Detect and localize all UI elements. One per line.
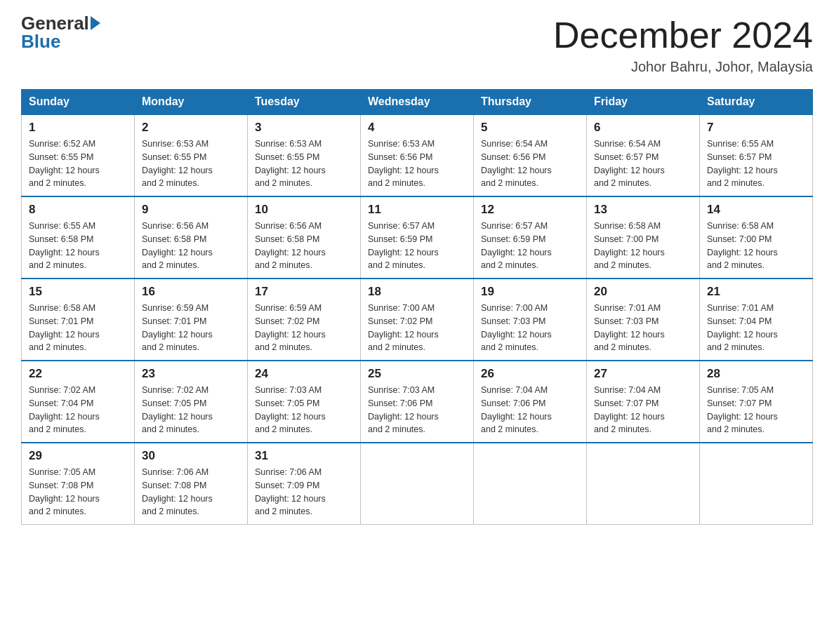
day-info: Sunrise: 7:05 AMSunset: 7:07 PMDaylight:… (707, 384, 805, 436)
calendar-header-row: SundayMondayTuesdayWednesdayThursdayFrid… (22, 90, 813, 115)
day-info: Sunrise: 6:57 AMSunset: 6:59 PMDaylight:… (368, 220, 466, 272)
header-thursday: Thursday (474, 90, 587, 115)
calendar-cell: 17Sunrise: 6:59 AMSunset: 7:02 PMDayligh… (248, 279, 361, 361)
day-info: Sunrise: 7:01 AMSunset: 7:04 PMDaylight:… (707, 302, 805, 354)
calendar-cell: 18Sunrise: 7:00 AMSunset: 7:02 PMDayligh… (361, 279, 474, 361)
day-info: Sunrise: 7:03 AMSunset: 7:06 PMDaylight:… (368, 384, 466, 436)
day-info: Sunrise: 7:02 AMSunset: 7:05 PMDaylight:… (142, 384, 240, 436)
calendar-cell: 28Sunrise: 7:05 AMSunset: 7:07 PMDayligh… (700, 361, 813, 443)
calendar-cell: 4Sunrise: 6:53 AMSunset: 6:56 PMDaylight… (361, 114, 474, 196)
day-info: Sunrise: 6:59 AMSunset: 7:02 PMDaylight:… (255, 302, 353, 354)
calendar-cell: 27Sunrise: 7:04 AMSunset: 7:07 PMDayligh… (587, 361, 700, 443)
calendar-cell: 29Sunrise: 7:05 AMSunset: 7:08 PMDayligh… (22, 443, 135, 525)
day-info: Sunrise: 7:06 AMSunset: 7:08 PMDaylight:… (142, 466, 240, 518)
calendar-cell (587, 443, 700, 525)
week-row-1: 1Sunrise: 6:52 AMSunset: 6:55 PMDaylight… (22, 114, 813, 196)
day-number: 11 (368, 203, 466, 217)
logo-blue-text: Blue (21, 32, 100, 51)
day-info: Sunrise: 6:56 AMSunset: 6:58 PMDaylight:… (255, 220, 353, 272)
day-number: 14 (707, 203, 805, 217)
day-number: 30 (142, 449, 240, 463)
day-number: 15 (29, 285, 127, 299)
calendar-cell: 25Sunrise: 7:03 AMSunset: 7:06 PMDayligh… (361, 361, 474, 443)
title-area: December 2024 Johor Bahru, Johor, Malays… (553, 14, 813, 75)
calendar-cell: 21Sunrise: 7:01 AMSunset: 7:04 PMDayligh… (700, 279, 813, 361)
day-number: 29 (29, 449, 127, 463)
day-info: Sunrise: 7:00 AMSunset: 7:02 PMDaylight:… (368, 302, 466, 354)
day-number: 2 (142, 121, 240, 135)
calendar-cell: 2Sunrise: 6:53 AMSunset: 6:55 PMDaylight… (135, 114, 248, 196)
day-number: 21 (707, 285, 805, 299)
header-saturday: Saturday (700, 90, 813, 115)
day-info: Sunrise: 6:58 AMSunset: 7:00 PMDaylight:… (594, 220, 692, 272)
calendar-cell: 7Sunrise: 6:55 AMSunset: 6:57 PMDaylight… (700, 114, 813, 196)
calendar-cell: 19Sunrise: 7:00 AMSunset: 7:03 PMDayligh… (474, 279, 587, 361)
day-number: 17 (255, 285, 353, 299)
calendar-cell: 26Sunrise: 7:04 AMSunset: 7:06 PMDayligh… (474, 361, 587, 443)
day-info: Sunrise: 6:58 AMSunset: 7:01 PMDaylight:… (29, 302, 127, 354)
calendar-cell: 1Sunrise: 6:52 AMSunset: 6:55 PMDaylight… (22, 114, 135, 196)
day-number: 28 (707, 367, 805, 381)
day-info: Sunrise: 6:58 AMSunset: 7:00 PMDaylight:… (707, 220, 805, 272)
logo-triangle-icon (91, 16, 100, 30)
calendar-cell: 14Sunrise: 6:58 AMSunset: 7:00 PMDayligh… (700, 196, 813, 279)
calendar-cell: 9Sunrise: 6:56 AMSunset: 6:58 PMDaylight… (135, 196, 248, 279)
calendar-subtitle: Johor Bahru, Johor, Malaysia (553, 59, 813, 75)
calendar-cell: 15Sunrise: 6:58 AMSunset: 7:01 PMDayligh… (22, 279, 135, 361)
day-info: Sunrise: 6:53 AMSunset: 6:56 PMDaylight:… (368, 137, 466, 190)
header-friday: Friday (587, 90, 700, 115)
day-number: 23 (142, 367, 240, 381)
calendar-cell: 3Sunrise: 6:53 AMSunset: 6:55 PMDaylight… (248, 114, 361, 196)
week-row-5: 29Sunrise: 7:05 AMSunset: 7:08 PMDayligh… (22, 443, 813, 525)
week-row-2: 8Sunrise: 6:55 AMSunset: 6:58 PMDaylight… (22, 196, 813, 279)
day-number: 6 (594, 121, 692, 135)
calendar-cell: 11Sunrise: 6:57 AMSunset: 6:59 PMDayligh… (361, 196, 474, 279)
day-number: 20 (594, 285, 692, 299)
day-info: Sunrise: 6:59 AMSunset: 7:01 PMDaylight:… (142, 302, 240, 354)
day-number: 26 (481, 367, 579, 381)
day-number: 4 (368, 121, 466, 135)
logo-general-text: General (21, 14, 89, 32)
day-number: 10 (255, 203, 353, 217)
calendar-cell: 23Sunrise: 7:02 AMSunset: 7:05 PMDayligh… (135, 361, 248, 443)
day-info: Sunrise: 7:00 AMSunset: 7:03 PMDaylight:… (481, 302, 579, 354)
day-info: Sunrise: 7:01 AMSunset: 7:03 PMDaylight:… (594, 302, 692, 354)
calendar-cell: 6Sunrise: 6:54 AMSunset: 6:57 PMDaylight… (587, 114, 700, 196)
calendar-cell: 13Sunrise: 6:58 AMSunset: 7:00 PMDayligh… (587, 196, 700, 279)
day-info: Sunrise: 7:02 AMSunset: 7:04 PMDaylight:… (29, 384, 127, 436)
calendar-cell: 5Sunrise: 6:54 AMSunset: 6:56 PMDaylight… (474, 114, 587, 196)
day-info: Sunrise: 6:54 AMSunset: 6:56 PMDaylight:… (481, 137, 579, 190)
day-info: Sunrise: 7:05 AMSunset: 7:08 PMDaylight:… (29, 466, 127, 518)
day-number: 12 (481, 203, 579, 217)
calendar-cell: 22Sunrise: 7:02 AMSunset: 7:04 PMDayligh… (22, 361, 135, 443)
week-row-4: 22Sunrise: 7:02 AMSunset: 7:04 PMDayligh… (22, 361, 813, 443)
calendar-cell: 8Sunrise: 6:55 AMSunset: 6:58 PMDaylight… (22, 196, 135, 279)
calendar-cell (361, 443, 474, 525)
calendar-cell (700, 443, 813, 525)
page-header: General Blue December 2024 Johor Bahru, … (21, 14, 813, 75)
day-number: 13 (594, 203, 692, 217)
calendar-cell: 24Sunrise: 7:03 AMSunset: 7:05 PMDayligh… (248, 361, 361, 443)
day-info: Sunrise: 6:55 AMSunset: 6:57 PMDaylight:… (707, 137, 805, 190)
calendar-cell (474, 443, 587, 525)
calendar-title: December 2024 (553, 14, 813, 56)
day-info: Sunrise: 7:03 AMSunset: 7:05 PMDaylight:… (255, 384, 353, 436)
day-info: Sunrise: 7:06 AMSunset: 7:09 PMDaylight:… (255, 466, 353, 518)
day-info: Sunrise: 7:04 AMSunset: 7:07 PMDaylight:… (594, 384, 692, 436)
day-info: Sunrise: 6:53 AMSunset: 6:55 PMDaylight:… (255, 137, 353, 190)
day-number: 19 (481, 285, 579, 299)
day-info: Sunrise: 7:04 AMSunset: 7:06 PMDaylight:… (481, 384, 579, 436)
day-number: 8 (29, 203, 127, 217)
day-number: 22 (29, 367, 127, 381)
day-info: Sunrise: 6:53 AMSunset: 6:55 PMDaylight:… (142, 137, 240, 190)
day-info: Sunrise: 6:54 AMSunset: 6:57 PMDaylight:… (594, 137, 692, 190)
calendar-cell: 12Sunrise: 6:57 AMSunset: 6:59 PMDayligh… (474, 196, 587, 279)
calendar-cell: 20Sunrise: 7:01 AMSunset: 7:03 PMDayligh… (587, 279, 700, 361)
logo: General Blue (21, 14, 100, 51)
day-info: Sunrise: 6:52 AMSunset: 6:55 PMDaylight:… (29, 137, 127, 190)
day-number: 31 (255, 449, 353, 463)
calendar-cell: 10Sunrise: 6:56 AMSunset: 6:58 PMDayligh… (248, 196, 361, 279)
calendar-table: SundayMondayTuesdayWednesdayThursdayFrid… (21, 89, 813, 525)
day-number: 16 (142, 285, 240, 299)
calendar-cell: 30Sunrise: 7:06 AMSunset: 7:08 PMDayligh… (135, 443, 248, 525)
